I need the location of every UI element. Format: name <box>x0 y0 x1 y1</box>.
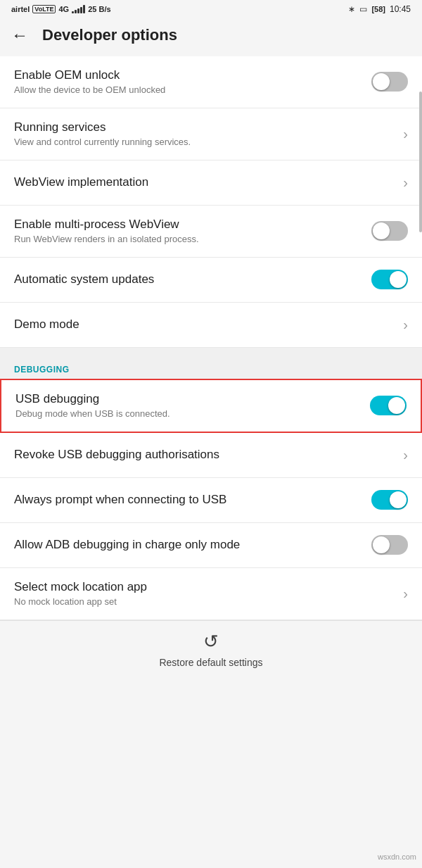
signal-bar-3 <box>77 8 79 13</box>
adb-charge-track <box>371 535 408 555</box>
setting-item-always-prompt[interactable]: Always prompt when connecting to USB <box>0 478 422 523</box>
setting-item-usb-debugging[interactable]: USB debugging Debug mode when USB is con… <box>0 379 422 433</box>
setting-item-multiprocess-text: Enable multi-process WebView Run WebView… <box>14 217 371 246</box>
volte-badge: VoLTE <box>32 5 56 13</box>
general-settings-section: Enable OEM unlock Allow the device to be… <box>0 56 422 348</box>
setting-webview-title: WebView implementation <box>14 175 403 190</box>
setting-item-mock-location-text: Select mock location app No mock locatio… <box>14 579 403 608</box>
setting-revoke-title: Revoke USB debugging authorisations <box>14 447 403 463</box>
signal-bar-2 <box>75 10 77 13</box>
adb-charge-toggle[interactable] <box>371 535 408 555</box>
setting-item-adb-charge[interactable]: Allow ADB debugging in charge only mode <box>0 523 422 568</box>
oem-unlock-track <box>371 72 408 92</box>
always-prompt-thumb <box>390 491 407 508</box>
setting-item-webview[interactable]: WebView implementation › <box>0 161 422 206</box>
section-divider <box>0 348 422 355</box>
demo-mode-chevron-icon: › <box>403 317 408 333</box>
setting-item-oem-unlock-text: Enable OEM unlock Allow the device to be… <box>14 68 371 96</box>
mock-location-chevron-icon: › <box>403 586 408 602</box>
adb-charge-thumb <box>373 536 390 553</box>
usb-debugging-track <box>370 396 407 415</box>
carrier-label: airtel <box>11 5 30 13</box>
status-bar: airtel VoLTE 4G 25 B/s ∗ ▭ [58] 10:45 <box>0 0 422 17</box>
battery-indicator: [58] <box>371 5 385 13</box>
webview-chevron-icon: › <box>403 175 408 191</box>
setting-item-revoke-text: Revoke USB debugging authorisations <box>14 447 403 463</box>
setting-item-revoke-usb[interactable]: Revoke USB debugging authorisations › <box>0 433 422 478</box>
setting-mock-location-title: Select mock location app <box>14 579 403 595</box>
setting-item-demo-text: Demo mode <box>14 317 403 332</box>
setting-usb-debug-subtitle: Debug mode when USB is connected. <box>15 408 370 420</box>
signal-bar-1 <box>72 11 74 13</box>
restore-default-button[interactable]: Restore default settings <box>159 657 262 668</box>
scrollbar[interactable] <box>419 92 422 232</box>
setting-mock-location-subtitle: No mock location app set <box>14 596 403 608</box>
auto-updates-thumb <box>390 271 407 288</box>
watermark: wsxdn.com <box>378 853 416 861</box>
setting-item-demo-mode[interactable]: Demo mode › <box>0 303 422 348</box>
setting-item-running-services-text: Running services View and control curren… <box>14 120 403 149</box>
debugging-section-header: DEBUGGING <box>0 355 422 379</box>
status-right: ∗ ▭ [58] 10:45 <box>348 4 411 14</box>
network-label: 4G <box>58 5 69 13</box>
setting-item-auto-updates[interactable]: Automatic system updates <box>0 258 422 303</box>
signal-bar-4 <box>80 7 82 13</box>
revoke-usb-chevron-icon: › <box>403 447 408 463</box>
setting-item-always-prompt-text: Always prompt when connecting to USB <box>14 492 371 508</box>
setting-multiprocess-title: Enable multi-process WebView <box>14 217 371 232</box>
oem-unlock-toggle[interactable] <box>371 72 408 92</box>
always-prompt-toggle[interactable] <box>371 490 408 510</box>
auto-updates-track <box>371 270 408 289</box>
data-speed-label: 25 B/s <box>88 5 110 13</box>
setting-running-services-subtitle: View and control currently running servi… <box>14 137 403 149</box>
usb-debugging-toggle[interactable] <box>370 396 407 415</box>
page-title: Developer options <box>42 26 177 44</box>
setting-running-services-title: Running services <box>14 120 403 135</box>
back-button[interactable]: ← <box>6 23 34 48</box>
setting-oem-unlock-subtitle: Allow the device to be OEM unlocked <box>14 84 371 96</box>
setting-multiprocess-subtitle: Run WebView renders in an isolated proce… <box>14 234 371 246</box>
phone-icon: ▭ <box>359 4 367 14</box>
setting-item-mock-location[interactable]: Select mock location app No mock locatio… <box>0 568 422 620</box>
setting-item-multiprocess-webview[interactable]: Enable multi-process WebView Run WebView… <box>0 206 422 258</box>
restore-icon: ↺ <box>203 631 219 653</box>
running-services-chevron-icon: › <box>403 126 408 142</box>
setting-item-adb-charge-text: Allow ADB debugging in charge only mode <box>14 537 371 553</box>
signal-bars-icon <box>72 5 85 13</box>
bluetooth-icon: ∗ <box>348 4 355 14</box>
setting-item-usb-debug-text: USB debugging Debug mode when USB is con… <box>15 391 370 420</box>
bottom-bar: ↺ Restore default settings <box>0 620 422 679</box>
setting-item-auto-updates-text: Automatic system updates <box>14 272 371 287</box>
setting-adb-charge-title: Allow ADB debugging in charge only mode <box>14 537 371 553</box>
auto-updates-toggle[interactable] <box>371 270 408 289</box>
oem-unlock-thumb <box>373 73 390 90</box>
debugging-settings-section: USB debugging Debug mode when USB is con… <box>0 379 422 620</box>
multiprocess-webview-thumb <box>373 222 390 239</box>
status-left: airtel VoLTE 4G 25 B/s <box>11 5 111 13</box>
setting-always-prompt-title: Always prompt when connecting to USB <box>14 492 371 508</box>
setting-usb-debug-title: USB debugging <box>15 391 370 407</box>
multiprocess-webview-toggle[interactable] <box>371 221 408 241</box>
setting-item-oem-unlock[interactable]: Enable OEM unlock Allow the device to be… <box>0 56 422 108</box>
signal-bar-5 <box>83 5 85 13</box>
setting-item-webview-text: WebView implementation <box>14 175 403 190</box>
time-label: 10:45 <box>390 4 411 14</box>
setting-oem-unlock-title: Enable OEM unlock <box>14 68 371 83</box>
always-prompt-track <box>371 490 408 510</box>
setting-auto-updates-title: Automatic system updates <box>14 272 371 287</box>
usb-debugging-thumb <box>388 397 405 414</box>
app-bar: ← Developer options <box>0 17 422 56</box>
setting-item-running-services[interactable]: Running services View and control curren… <box>0 108 422 161</box>
multiprocess-webview-track <box>371 221 408 241</box>
setting-demo-title: Demo mode <box>14 317 403 332</box>
